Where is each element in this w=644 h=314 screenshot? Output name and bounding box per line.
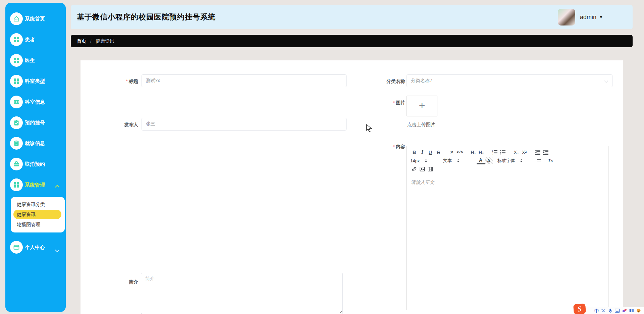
keyboard-icon[interactable] — [615, 309, 620, 313]
required-mark: * — [393, 100, 395, 105]
sidebar-item-dept-info[interactable]: 科室信息 — [10, 96, 45, 108]
ticket-icon — [10, 96, 23, 108]
publisher-label: 发布人 — [94, 122, 138, 128]
sidebar-item-label: 系统首页 — [25, 16, 45, 22]
home-icon — [10, 12, 23, 25]
indent-icon[interactable] — [542, 149, 550, 156]
breadcrumb-separator: / — [90, 39, 92, 44]
sidebar-item-label: 科室信息 — [25, 99, 45, 105]
blockquote-button[interactable]: ” — [448, 149, 456, 156]
breadcrumb-home-link[interactable]: 首页 — [77, 38, 86, 44]
skin-icon[interactable] — [622, 308, 627, 313]
mic-icon[interactable] — [608, 308, 612, 313]
clipboard-check-icon — [10, 116, 23, 129]
mouse-cursor — [366, 124, 374, 134]
ime-toolbar: S 中 — [584, 307, 644, 314]
bold-button[interactable]: B — [410, 149, 418, 156]
app-window: 系统首页 患者 医生 科室类型 科室信息 — [0, 0, 644, 314]
sidebar-item-doctors[interactable]: 医生 — [10, 54, 35, 67]
rich-text-editor[interactable]: B I U S ” </> H₁ H₂ 123 — [407, 146, 608, 310]
handwriting-icon[interactable] — [601, 308, 606, 313]
content-label: *内容 — [368, 144, 405, 150]
heading2-button[interactable]: H₂ — [477, 149, 485, 156]
chinese-mode-icon[interactable]: 中 — [594, 309, 599, 313]
dropdown-caret-icon: ▼ — [599, 15, 603, 19]
unordered-list-icon[interactable] — [499, 149, 507, 156]
line-height-icon[interactable] — [535, 157, 543, 164]
stepper-arrows-icon — [425, 159, 427, 162]
subscript-button[interactable]: X₂ — [512, 149, 520, 156]
outdent-icon[interactable] — [534, 149, 542, 156]
sidebar-item-visit-info[interactable]: 就诊信息 — [10, 137, 45, 150]
text-color-button[interactable]: A — [477, 157, 485, 164]
link-icon[interactable] — [410, 165, 418, 173]
sidebar-item-personal-center[interactable]: 个人中心 — [10, 241, 45, 254]
editor-placeholder: 请输入正文 — [411, 179, 434, 185]
briefcase-icon — [10, 158, 23, 170]
image-upload-button[interactable]: + — [407, 96, 437, 116]
sogou-logo-icon[interactable]: S — [573, 304, 586, 314]
submenu-item-carousel-management[interactable]: 轮播图管理 — [11, 220, 65, 229]
sidebar-item-appointment[interactable]: 预约挂号 — [10, 116, 45, 129]
sidebar-item-label: 取消预约 — [25, 161, 45, 167]
sidebar-item-label: 患者 — [25, 37, 35, 43]
sidebar-item-label: 科室类型 — [25, 78, 45, 85]
publisher-input[interactable] — [142, 118, 346, 130]
chevron-down-icon — [604, 79, 608, 83]
breadcrumb: 首页 / 健康资讯 — [71, 35, 633, 47]
submenu-item-health-news-category[interactable]: 健康资讯分类 — [11, 200, 65, 209]
sidebar-item-label: 预约挂号 — [25, 120, 45, 126]
card-icon — [10, 241, 23, 254]
user-menu[interactable]: admin ▼ — [558, 8, 603, 26]
ordered-list-icon[interactable]: 123 — [491, 149, 499, 156]
intro-textarea[interactable] — [141, 273, 343, 314]
plus-icon: + — [419, 100, 425, 111]
code-button[interactable]: </> — [456, 149, 464, 156]
form-card: *标题 分类名称 分类名称7 发布人 *图片 + 点击上传图片 *内容 — [80, 60, 623, 314]
required-mark: * — [393, 144, 395, 149]
stepper-arrows-icon — [457, 159, 459, 162]
title-input[interactable] — [142, 74, 346, 87]
sidebar-item-label: 医生 — [25, 57, 35, 64]
toolbox-icon[interactable] — [629, 309, 634, 313]
sidebar-item-cancel-appointment[interactable]: 取消预约 — [10, 158, 45, 170]
category-label: 分类名称 — [376, 78, 405, 85]
grid-icon — [10, 33, 23, 46]
clipboard-text-icon — [10, 137, 23, 150]
sidebar-item-label: 系统管理 — [25, 182, 45, 188]
upload-hint: 点击上传图片 — [407, 122, 435, 128]
sidebar-item-home[interactable]: 系统首页 — [10, 12, 45, 25]
font-size-picker[interactable]: 14px — [410, 158, 436, 163]
sidebar-item-dept-types[interactable]: 科室类型 — [10, 75, 45, 88]
underline-button[interactable]: U — [426, 149, 434, 156]
editor-content-area[interactable]: 请输入正文 — [407, 175, 608, 310]
italic-button[interactable]: I — [418, 149, 426, 156]
strikethrough-button[interactable]: S — [434, 149, 442, 156]
text-style-picker[interactable]: 文本 — [443, 158, 472, 164]
grid-icon — [10, 54, 23, 67]
image-icon[interactable] — [418, 165, 426, 173]
category-select[interactable]: 分类名称7 — [407, 74, 612, 87]
video-icon[interactable] — [426, 165, 434, 173]
superscript-button[interactable]: X² — [520, 149, 528, 156]
username: admin — [580, 14, 596, 21]
clear-format-button[interactable]: Tx — [546, 157, 554, 164]
font-family-picker[interactable]: 标准字体 — [497, 158, 531, 164]
highlight-color-button[interactable]: A — [485, 157, 493, 164]
category-select-value: 分类名称7 — [411, 78, 432, 84]
image-label: *图片 — [368, 100, 405, 106]
heading1-button[interactable]: H₁ — [469, 149, 477, 156]
chevron-up-icon — [56, 184, 60, 188]
grid-icon — [10, 178, 23, 191]
required-mark: * — [126, 78, 128, 84]
submenu-item-health-news[interactable]: 健康资讯 — [13, 210, 61, 219]
intro-label: 简介 — [94, 279, 138, 285]
page-title: 基于微信小程序的校园医院预约挂号系统 — [77, 5, 216, 29]
chevron-down-icon — [56, 247, 60, 251]
emoji-icon[interactable] — [636, 308, 641, 313]
sidebar-item-system-management[interactable]: 系统管理 — [10, 178, 45, 191]
stepper-arrows-icon — [520, 159, 522, 162]
avatar[interactable] — [558, 9, 575, 25]
sidebar-item-patients[interactable]: 患者 — [10, 33, 35, 46]
grid-icon — [10, 75, 23, 88]
